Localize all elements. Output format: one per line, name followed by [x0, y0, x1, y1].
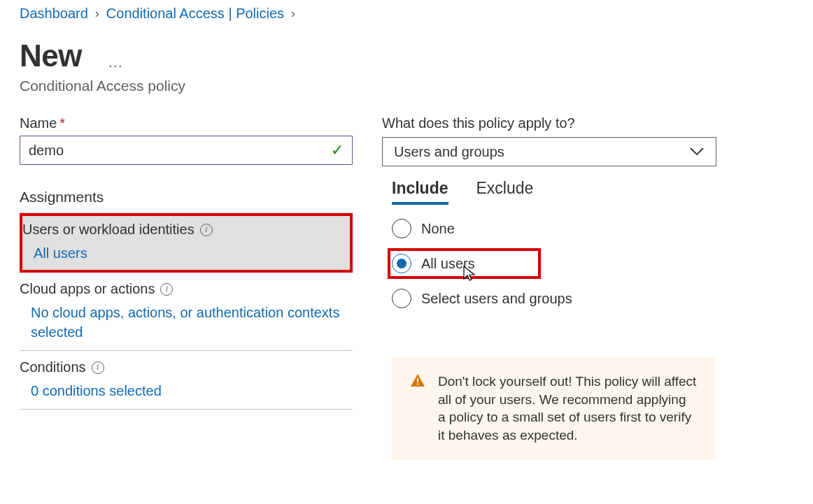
chevron-down-icon	[689, 147, 705, 157]
radio-button-icon	[392, 254, 411, 273]
name-input[interactable]	[29, 143, 331, 159]
radio-select-users-label: Select users and groups	[421, 291, 572, 307]
required-star-icon: *	[59, 115, 65, 131]
assignment-users-workload-identities[interactable]: Users or workload identities i All users	[20, 213, 353, 273]
more-actions-button[interactable]: ···	[108, 57, 123, 73]
name-label: Name*	[20, 115, 353, 131]
svg-rect-1	[417, 384, 418, 385]
radio-none-label: None	[421, 221, 455, 237]
assignments-header: Assignments	[20, 189, 353, 213]
radio-select-users-groups[interactable]: Select users and groups	[392, 289, 716, 308]
assignment-cloud-apps[interactable]: Cloud apps or actions i No cloud apps, a…	[20, 273, 353, 351]
include-radio-group: None All users Select users and groups	[392, 219, 716, 308]
assignment-title-text: Users or workload identities	[22, 222, 195, 238]
name-input-wrapper[interactable]: ✓	[20, 136, 353, 165]
radio-button-icon	[392, 219, 411, 238]
assignment-cloud-apps-value[interactable]: No cloud apps, actions, or authenticatio…	[20, 303, 353, 342]
breadcrumb: Dashboard › Conditional Access | Policie…	[20, 6, 813, 22]
assignment-conditions-value[interactable]: 0 conditions selected	[20, 381, 353, 401]
dropdown-value: Users and groups	[394, 144, 504, 160]
radio-none[interactable]: None	[392, 219, 716, 238]
info-icon[interactable]: i	[160, 283, 173, 296]
tab-include[interactable]: Include	[392, 179, 448, 205]
radio-all-users[interactable]: All users	[388, 248, 541, 279]
chevron-right-icon: ›	[291, 6, 295, 21]
breadcrumb-dashboard[interactable]: Dashboard	[20, 6, 88, 22]
apply-to-dropdown[interactable]: Users and groups	[382, 137, 716, 166]
warning-box: Don't lock yourself out! This policy wil…	[392, 357, 715, 460]
warning-text: Don't lock yourself out! This policy wil…	[438, 373, 697, 445]
radio-all-users-label: All users	[421, 256, 475, 272]
left-column: Name* ✓ Assignments Users or workload id…	[20, 115, 353, 460]
assignment-title-text: Cloud apps or actions	[20, 281, 155, 297]
breadcrumb-conditional-access-policies[interactable]: Conditional Access | Policies	[106, 6, 284, 22]
radio-button-icon	[392, 289, 411, 308]
page-header: New ··· Conditional Access policy	[20, 38, 813, 94]
apply-to-label: What does this policy apply to?	[382, 115, 716, 131]
page-subtitle: Conditional Access policy	[20, 78, 813, 94]
warning-icon	[410, 373, 425, 445]
assignment-users-value[interactable]: All users	[22, 243, 343, 263]
right-column: What does this policy apply to? Users an…	[382, 115, 716, 460]
assignment-conditions[interactable]: Conditions i 0 conditions selected	[20, 351, 353, 410]
page-title: New	[20, 38, 82, 73]
checkmark-icon: ✓	[331, 141, 344, 159]
info-icon[interactable]: i	[92, 361, 104, 374]
info-icon[interactable]: i	[200, 224, 213, 236]
tab-exclude[interactable]: Exclude	[476, 179, 534, 205]
svg-rect-0	[417, 378, 418, 382]
chevron-right-icon: ›	[95, 6, 99, 21]
include-exclude-tabs: Include Exclude	[392, 179, 716, 205]
assignment-title-text: Conditions	[20, 359, 86, 375]
